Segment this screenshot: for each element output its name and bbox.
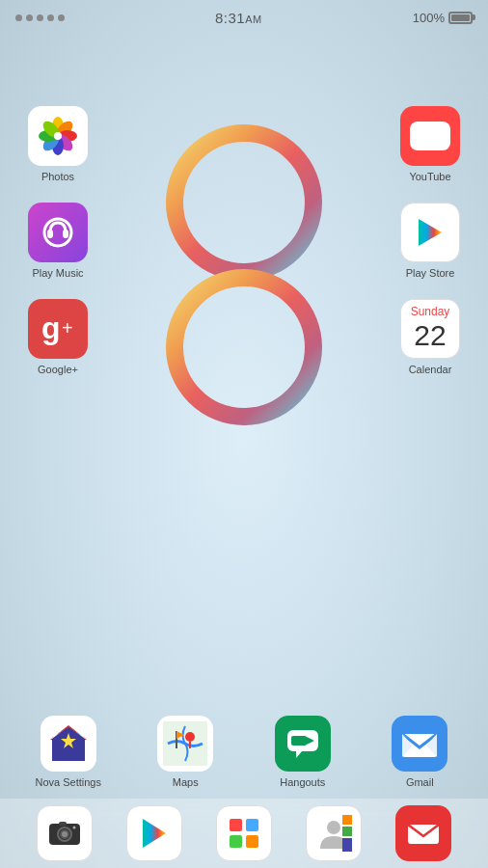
app-youtube[interactable]: YouTube bbox=[392, 106, 469, 183]
playmusic-label: Play Music bbox=[32, 267, 83, 280]
gmail-icon[interactable] bbox=[392, 716, 447, 772]
app-photos[interactable]: Photos bbox=[19, 106, 96, 183]
dock-camera[interactable] bbox=[37, 805, 93, 861]
svg-point-33 bbox=[62, 831, 68, 837]
dock-contacts[interactable] bbox=[306, 805, 362, 861]
hangouts-label: Hangouts bbox=[280, 776, 325, 789]
novasettings-label: Nova Settings bbox=[36, 776, 101, 789]
app-googleplus[interactable]: g + Google+ bbox=[19, 299, 96, 376]
svg-marker-15 bbox=[419, 219, 442, 246]
dock bbox=[0, 799, 488, 868]
playstore-label: Play Store bbox=[406, 267, 455, 280]
googleplus-label: Google+ bbox=[38, 364, 78, 376]
battery-percent: 100% bbox=[413, 11, 445, 25]
youtube-label: YouTube bbox=[409, 171, 450, 183]
svg-rect-12 bbox=[47, 230, 53, 238]
dot5 bbox=[58, 14, 65, 21]
svg-point-22 bbox=[185, 732, 195, 742]
svg-rect-43 bbox=[342, 815, 352, 825]
svg-rect-13 bbox=[63, 230, 68, 238]
svg-rect-44 bbox=[342, 827, 352, 836]
hangouts-icon[interactable] bbox=[275, 716, 331, 772]
maps-icon[interactable] bbox=[157, 716, 213, 772]
calendar-label: Calendar bbox=[409, 364, 452, 376]
dock-playstore[interactable] bbox=[126, 805, 182, 861]
yt-play-triangle bbox=[421, 122, 443, 149]
app-grid: Photos YouTube bbox=[0, 106, 488, 377]
app-playstore[interactable]: Play Store bbox=[392, 203, 469, 280]
gmail-label: Gmail bbox=[406, 776, 434, 789]
googleplus-icon[interactable]: g + bbox=[28, 299, 88, 359]
svg-point-35 bbox=[72, 827, 75, 829]
calendar-day: Sunday bbox=[401, 300, 459, 319]
svg-text:+: + bbox=[62, 317, 73, 339]
app-maps[interactable]: Maps bbox=[147, 716, 224, 789]
svg-rect-40 bbox=[246, 835, 258, 848]
calendar-icon[interactable]: Sunday 22 bbox=[400, 299, 460, 359]
svg-point-10 bbox=[54, 132, 62, 140]
photos-icon[interactable] bbox=[28, 106, 88, 166]
app-row-2: Play Music bbox=[10, 203, 478, 280]
app-calendar[interactable]: Sunday 22 Calendar bbox=[392, 299, 469, 376]
app-hangouts[interactable]: Hangouts bbox=[264, 716, 341, 789]
svg-rect-45 bbox=[342, 838, 352, 852]
app-gmail[interactable]: Gmail bbox=[381, 716, 458, 789]
svg-text:g: g bbox=[41, 311, 61, 345]
status-time: 8:31AM bbox=[215, 10, 262, 26]
dot3 bbox=[37, 14, 43, 21]
app-playmusic[interactable]: Play Music bbox=[19, 203, 96, 280]
playmusic-icon[interactable] bbox=[28, 203, 88, 262]
nova-icon[interactable] bbox=[41, 716, 96, 772]
status-bar: 8:31AM 100% bbox=[0, 0, 488, 31]
svg-rect-37 bbox=[230, 819, 242, 831]
app-row-3: g + Google+ Sunday 22 Calendar bbox=[10, 299, 478, 376]
dot1 bbox=[15, 14, 22, 21]
svg-rect-38 bbox=[246, 819, 258, 831]
svg-marker-26 bbox=[296, 751, 302, 758]
svg-point-42 bbox=[327, 821, 340, 834]
youtube-icon[interactable] bbox=[400, 106, 460, 166]
bottom-app-row: Nova Settings Maps bbox=[0, 716, 488, 789]
svg-rect-34 bbox=[59, 822, 67, 826]
battery-area: 100% bbox=[413, 11, 473, 25]
svg-rect-27 bbox=[291, 736, 307, 746]
svg-rect-39 bbox=[230, 835, 242, 848]
calendar-date: 22 bbox=[414, 321, 446, 350]
yt-inner bbox=[410, 122, 450, 150]
svg-marker-36 bbox=[143, 819, 166, 848]
dock-squares[interactable] bbox=[216, 805, 272, 861]
app-novasettings[interactable]: Nova Settings bbox=[30, 716, 107, 789]
app-row-1: Photos YouTube bbox=[10, 106, 478, 183]
playstore-icon[interactable] bbox=[400, 203, 460, 262]
battery-icon bbox=[448, 12, 473, 24]
dock-mail[interactable] bbox=[395, 805, 451, 861]
maps-label: Maps bbox=[173, 776, 199, 789]
dot4 bbox=[47, 14, 54, 21]
signal-dots bbox=[15, 14, 65, 21]
dot2 bbox=[26, 14, 33, 21]
photos-label: Photos bbox=[41, 171, 74, 183]
